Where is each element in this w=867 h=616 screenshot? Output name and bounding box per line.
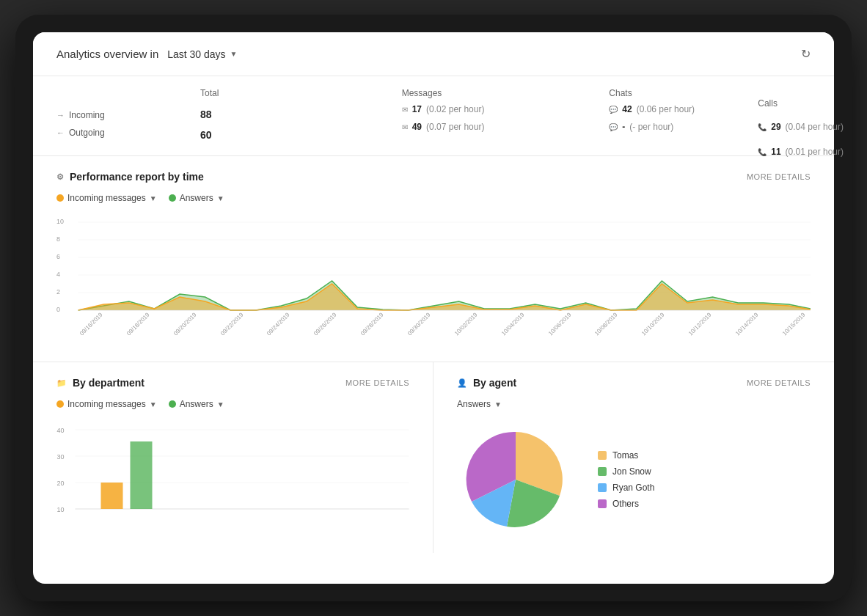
dept-legend-incoming[interactable]: Incoming messages ▼ [56, 399, 157, 409]
dept-legend-answers[interactable]: Answers ▼ [169, 399, 224, 409]
incoming-messages-stat: ✉ 17 (0.02 per hour) [402, 104, 604, 114]
department-title: 📁 By department [56, 377, 144, 389]
performance-chart-svg: 10 8 6 4 2 0 [56, 215, 811, 332]
pie-chart-container [457, 421, 574, 538]
performance-header: ⚙ Performance report by time MORE DETAIL… [56, 171, 811, 183]
by-agent-panel: 👤 By agent MORE DETAILS Answers ▼ [434, 362, 834, 553]
department-legend: Incoming messages ▼ Answers ▼ [56, 399, 409, 409]
incoming-msg-rate: (0.02 per hour) [426, 104, 484, 114]
outgoing-total: 60 [200, 128, 396, 141]
incoming-chat-rate: (0.06 per hour) [637, 104, 695, 114]
svg-text:4: 4 [56, 271, 60, 278]
folder-icon: 📁 [56, 378, 67, 388]
svg-text:8: 8 [56, 235, 60, 243]
outgoing-chat-count: - [622, 122, 625, 132]
incoming-call-count: 29 [771, 122, 780, 132]
bottom-panels: 📁 By department MORE DETAILS Incoming me… [33, 362, 834, 553]
stats-row-labels: → Incoming ← Outgoing [56, 94, 189, 138]
svg-rect-25 [131, 441, 153, 509]
legend-tomas: Tomas [598, 450, 654, 461]
stats-total-col: Total 88 60 [189, 88, 396, 141]
legend-color-others [598, 499, 607, 508]
performance-title-text: Performance report by time [70, 171, 204, 183]
incoming-msg-count: 17 [412, 104, 422, 114]
legend-incoming-chevron: ▼ [150, 194, 157, 202]
pie-chart-svg [457, 421, 574, 538]
legend-color-ryan-goth [598, 483, 607, 492]
legend-answers-chevron: ▼ [217, 194, 224, 202]
call-icon-1: 📞 [758, 123, 767, 131]
legend-incoming[interactable]: Incoming messages ▼ [56, 193, 157, 203]
incoming-call-rate: (0.04 per hour) [786, 122, 834, 132]
legend-incoming-label: Incoming messages [67, 193, 146, 203]
stats-section: → Incoming ← Outgoing Total 88 60 [33, 76, 834, 156]
gear-icon: ⚙ [56, 172, 64, 182]
legend-jon-snow: Jon Snow [598, 466, 654, 477]
chat-icon-1: 💬 [609, 106, 618, 114]
svg-text:2: 2 [56, 288, 60, 296]
incoming-label: Incoming [69, 110, 105, 120]
agent-more-details[interactable]: MORE DETAILS [747, 378, 811, 387]
department-bar-chart: 40 30 20 10 [56, 421, 409, 538]
answers-label: Answers [457, 399, 491, 409]
legend-color-jon-snow [598, 467, 607, 476]
svg-text:40: 40 [57, 427, 65, 434]
legend-dot-orange [56, 194, 64, 202]
svg-text:30: 30 [57, 453, 65, 461]
legend-others: Others [598, 499, 654, 509]
message-icon-1: ✉ [402, 106, 408, 114]
legend-label-tomas: Tomas [612, 450, 638, 461]
refresh-button[interactable]: ↻ [801, 47, 811, 61]
outgoing-label: Outgoing [69, 128, 105, 138]
svg-text:0: 0 [56, 306, 60, 313]
chevron-down-icon: ▼ [230, 50, 238, 58]
legend-label-others: Others [612, 499, 639, 509]
pie-legend: Tomas Jon Snow Ryan Goth Others [598, 450, 654, 509]
performance-chart: 10 8 6 4 2 0 [56, 215, 811, 347]
message-icon-2: ✉ [402, 123, 408, 131]
outgoing-msg-rate: (0.07 per hour) [426, 122, 484, 132]
x-axis-labels: 09/16/2019 09/18/2019 09/20/2019 09/22/2… [56, 332, 811, 339]
legend-answers-label: Answers [180, 193, 213, 203]
svg-text:10: 10 [56, 218, 64, 225]
date-range-dropdown[interactable]: Last 30 days ▼ [167, 48, 237, 60]
legend-label-jon-snow: Jon Snow [612, 466, 651, 477]
legend-label-ryan-goth: Ryan Goth [612, 483, 654, 493]
agent-header: 👤 By agent MORE DETAILS [457, 377, 811, 389]
header-title: Analytics overview in [56, 48, 158, 60]
agent-title-text: By agent [473, 377, 516, 389]
chats-header: Chats [609, 88, 811, 98]
outgoing-arrow-icon: ← [56, 128, 65, 137]
calls-col: Calls 📞 29 (0.04 per hour) 📞 11 (0.01 pe… [758, 98, 834, 164]
incoming-total: 88 [200, 107, 396, 120]
app-container: Analytics overview in Last 30 days ▼ ↻ →… [33, 32, 834, 584]
performance-more-details[interactable]: MORE DETAILS [747, 172, 811, 181]
svg-rect-24 [101, 483, 123, 509]
incoming-chat-count: 42 [622, 104, 632, 114]
legend-color-tomas [598, 451, 607, 460]
outgoing-msg-count: 49 [412, 122, 422, 132]
incoming-row-label: → Incoming [56, 110, 189, 120]
department-more-details[interactable]: MORE DETAILS [345, 378, 409, 387]
dept-legend-dot-orange [56, 400, 64, 408]
legend-ryan-goth: Ryan Goth [598, 483, 654, 493]
outgoing-chat-rate: (- per hour) [629, 122, 673, 132]
stats-messages-col: Messages ✉ 17 (0.02 per hour) ✉ 49 (0.07… [396, 88, 604, 141]
calls-header: Calls [758, 98, 834, 109]
outgoing-call-count: 11 [771, 147, 780, 157]
performance-legend: Incoming messages ▼ Answers ▼ [56, 193, 811, 203]
svg-text:10: 10 [57, 506, 65, 513]
outgoing-messages-stat: ✉ 49 (0.07 per hour) [402, 122, 604, 132]
answers-dropdown[interactable]: Answers ▼ [457, 399, 811, 409]
by-department-panel: 📁 By department MORE DETAILS Incoming me… [33, 362, 434, 553]
header: Analytics overview in Last 30 days ▼ ↻ [33, 32, 834, 76]
person-icon: 👤 [457, 378, 467, 388]
answers-chevron: ▼ [494, 400, 502, 408]
dept-legend-incoming-chevron: ▼ [150, 400, 157, 408]
messages-header: Messages [402, 88, 604, 98]
stats-grid: → Incoming ← Outgoing Total 88 60 [56, 88, 811, 141]
legend-answers[interactable]: Answers ▼ [169, 193, 224, 203]
department-header: 📁 By department MORE DETAILS [56, 377, 409, 389]
dept-legend-answers-chevron: ▼ [217, 400, 224, 408]
stats-label-col: → Incoming ← Outgoing [56, 88, 189, 141]
